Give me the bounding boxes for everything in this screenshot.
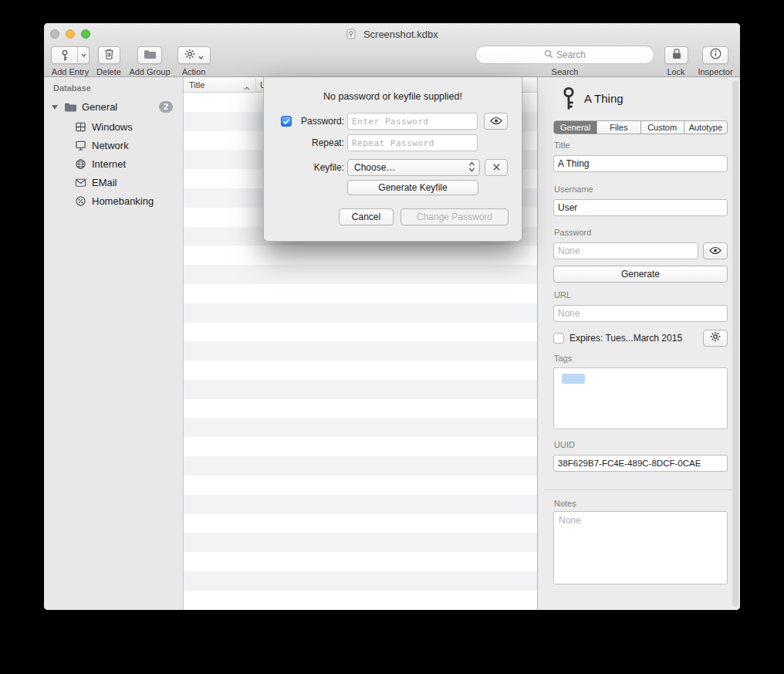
inspector-tabs: General Files Custom Autotype — [553, 120, 728, 134]
folder-icon — [144, 49, 157, 63]
titlebar: Screenshot.kdbx — [44, 29, 740, 42]
title-field[interactable] — [553, 155, 728, 172]
expires-settings-button[interactable] — [703, 330, 728, 347]
add-entry-label: Add Entry — [52, 67, 89, 76]
add-entry-button[interactable] — [51, 46, 90, 64]
document-icon — [346, 29, 357, 42]
chevron-down-icon[interactable] — [77, 47, 89, 63]
search-label: Search — [552, 67, 579, 76]
sidebar-item-email[interactable]: EMail — [44, 173, 183, 191]
add-group-button[interactable] — [137, 46, 162, 64]
notes-label: Notes — [554, 499, 576, 508]
entry-count-badge: 2 — [159, 101, 173, 113]
tags-field[interactable] — [553, 367, 728, 429]
tags-label: Tags — [554, 354, 572, 363]
show-password-button[interactable] — [703, 242, 728, 259]
delete-button[interactable] — [98, 46, 120, 64]
percent-icon — [75, 195, 86, 207]
change-password-sheet: No password or keyfile supplied! Passwor… — [263, 77, 522, 242]
uuid-field[interactable] — [553, 455, 728, 472]
sidebar-item-general[interactable]: General 2 — [44, 97, 183, 117]
lock-icon — [672, 48, 681, 63]
sidebar-item-network[interactable]: Network — [44, 136, 183, 154]
show-password-button[interactable] — [484, 113, 508, 130]
column-header-title[interactable]: Title — [189, 80, 204, 90]
tag-chip[interactable] — [562, 374, 585, 384]
cancel-button[interactable]: Cancel — [339, 208, 394, 225]
change-password-button[interactable]: Change Password — [400, 208, 509, 225]
search-input[interactable]: Search — [475, 46, 654, 64]
app-window: Screenshot.kdbx Add Entry Delete Add Gro… — [44, 23, 740, 610]
trash-icon — [104, 48, 114, 63]
sidebar-item-homebanking[interactable]: Homebanking — [44, 191, 183, 210]
generate-keyfile-button[interactable]: Generate Keyfile — [347, 180, 478, 195]
entry-title: A Thing — [584, 92, 623, 105]
expires-label: Expires: Tues...March 2015 — [569, 333, 682, 344]
eye-icon — [490, 114, 502, 128]
inspector-button[interactable] — [702, 46, 728, 64]
sidebar-item-windows[interactable]: Windows — [44, 117, 183, 136]
group-label: General — [82, 101, 117, 113]
group-label: Windows — [92, 121, 133, 133]
action-label: Action — [182, 67, 206, 76]
lock-button[interactable] — [664, 46, 688, 64]
group-label: EMail — [92, 177, 117, 188]
sidebar-section-header: Database — [53, 83, 91, 93]
username-field[interactable] — [553, 199, 728, 216]
eye-icon — [709, 244, 721, 258]
lock-label: Lock — [667, 67, 684, 76]
url-field[interactable] — [553, 305, 728, 322]
password-label: Password — [554, 228, 591, 237]
keyfile-label: Keyfile: — [287, 159, 344, 176]
envelope-icon — [75, 177, 86, 188]
title-label: Title — [554, 141, 569, 150]
close-x-icon — [492, 161, 501, 174]
repeat-label: Repeat: — [287, 134, 344, 151]
globe-icon — [75, 158, 86, 170]
gear-icon — [184, 49, 195, 63]
tab-general[interactable]: General — [554, 121, 597, 134]
window-title-text: Screenshot.kdbx — [363, 29, 438, 40]
tab-files[interactable]: Files — [597, 121, 640, 134]
inspector-scrollbar[interactable] — [732, 80, 738, 607]
gear-icon — [710, 331, 721, 345]
search-icon — [544, 49, 553, 61]
clear-keyfile-button[interactable] — [485, 159, 508, 176]
add-group-label: Add Group — [129, 67, 170, 76]
notes-field[interactable] — [553, 511, 728, 584]
windows-icon — [75, 121, 86, 133]
key-icon — [560, 86, 577, 113]
sidebar: Database General 2 Windows Network Inter… — [44, 77, 184, 610]
column-divider[interactable] — [255, 79, 256, 90]
action-button[interactable] — [177, 46, 211, 64]
password-field[interactable] — [553, 242, 698, 259]
sort-ascending-icon — [244, 83, 250, 92]
username-label: Username — [554, 185, 593, 194]
group-label: Internet — [92, 158, 126, 170]
repeat-password-input[interactable] — [347, 134, 478, 151]
info-icon — [710, 48, 721, 63]
folder-icon — [64, 102, 77, 113]
inspector-panel: A Thing General Files Custom Autotype Ti… — [537, 77, 740, 610]
keyfile-popup[interactable]: Choose… — [347, 159, 480, 176]
url-label: URL — [554, 290, 571, 300]
disclosure-triangle-icon[interactable] — [52, 105, 58, 110]
password-label: Password: — [287, 113, 344, 130]
monitor-icon — [75, 140, 86, 151]
window-chrome: Screenshot.kdbx Add Entry Delete Add Gro… — [44, 23, 740, 77]
uuid-label: UUID — [554, 440, 575, 449]
sheet-message: No password or keyfile supplied! — [264, 91, 522, 102]
popup-stepper-icon — [468, 161, 475, 174]
sidebar-item-internet[interactable]: Internet — [44, 154, 183, 173]
key-icon — [52, 49, 77, 62]
password-input[interactable] — [347, 113, 478, 130]
expires-checkbox[interactable] — [553, 333, 564, 344]
tab-custom[interactable]: Custom — [641, 121, 684, 134]
divider — [544, 489, 734, 490]
group-label: Homebanking — [92, 195, 154, 207]
search-placeholder: Search — [556, 49, 586, 60]
chevron-down-icon — [198, 49, 204, 63]
tab-autotype[interactable]: Autotype — [684, 121, 727, 134]
group-label: Network — [92, 140, 129, 151]
generate-password-button[interactable]: Generate — [553, 266, 728, 283]
